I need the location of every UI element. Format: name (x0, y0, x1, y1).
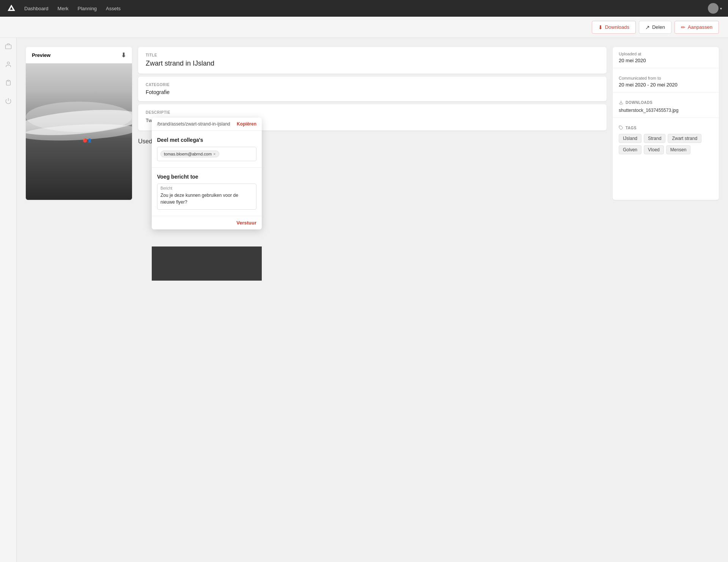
main-content: Preview ⬇ 🔴👤 TITLE Zwart strand in IJsla… (17, 38, 728, 209)
action-bar: ⬇ Downloads ↗ Delen ✏ Aanpassen (0, 17, 728, 38)
message-title: Voeg bericht toe (157, 174, 256, 180)
tag-golven[interactable]: Golven (619, 145, 642, 154)
tags-icon (619, 126, 623, 130)
nav-planning[interactable]: Planning (78, 6, 97, 11)
message-text: Zou je deze kunnen gebruiken voor de nie… (160, 190, 253, 209)
downloads-section-title: DOWNLOADS (626, 100, 653, 105)
title-value: Zwart strand in IJsland (146, 60, 599, 68)
svg-rect-2 (7, 80, 9, 81)
message-section: Voeg bericht toe Bericht Zou je deze kun… (152, 168, 262, 216)
sidebar-clipboard-icon[interactable] (3, 77, 14, 88)
dark-section (152, 246, 262, 281)
email-chip-remove[interactable]: × (213, 152, 215, 156)
uploaded-at-section: Uploaded at 20 mei 2020 (613, 47, 719, 68)
svg-rect-0 (5, 45, 11, 49)
communicated-value: 20 mei 2020 - 20 mei 2020 (619, 82, 713, 88)
download-icon: ⬇ (598, 24, 603, 30)
share-popup: /brand/assets/zwart-strand-in-ijsland Ko… (152, 118, 262, 229)
avatar-chevron-icon: ▾ (720, 6, 722, 11)
beach-persons: 🔴👤 (83, 138, 92, 143)
title-card: TITLE Zwart strand in IJsland (138, 47, 607, 74)
share-section: Deel met collega's tomas.bloem@abrnd.com… (152, 131, 262, 168)
communicated-label: Communicated from to (619, 76, 713, 80)
beach-scene: 🔴👤 (26, 63, 132, 200)
nav-links: Dashboard Merk Planning Assets (24, 6, 121, 11)
download-file[interactable]: shutterstock_1637455573.jpg (619, 108, 713, 113)
edit-icon: ✏ (681, 24, 686, 30)
tag-strand[interactable]: Strand (644, 134, 665, 143)
nav-merk[interactable]: Merk (58, 6, 69, 11)
meta-card: Uploaded at 20 mei 2020 Communicated fro… (613, 47, 719, 200)
uploaded-at-value: 20 mei 2020 (619, 58, 713, 63)
avatar[interactable] (708, 3, 719, 14)
logo[interactable] (6, 3, 17, 14)
tag-ijsland[interactable]: IJsland (619, 134, 642, 143)
aanpassen-button[interactable]: ✏ Aanpassen (675, 21, 719, 34)
preview-card: Preview ⬇ 🔴👤 (26, 47, 132, 200)
communicated-section: Communicated from to 20 mei 2020 - 20 me… (613, 71, 719, 93)
tag-vloed[interactable]: Vloed (644, 145, 664, 154)
copy-button[interactable]: Kopiëren (237, 121, 256, 127)
category-value: Fotografie (146, 89, 599, 95)
preview-image: 🔴👤 (26, 63, 132, 200)
tags-header-label: TAGS (626, 126, 637, 130)
sidebar-user-icon[interactable] (3, 59, 14, 70)
left-sidebar (0, 17, 17, 562)
tags-header: TAGS (619, 126, 713, 130)
message-field-label: Bericht (160, 186, 253, 190)
tag-zwart-strand[interactable]: Zwart strand (668, 134, 701, 143)
description-label: DESCRIPTIE (146, 110, 599, 115)
email-chip: tomas.bloem@abrnd.com × (160, 151, 219, 157)
nav-dashboard[interactable]: Dashboard (24, 6, 49, 11)
share-icon: ↗ (645, 24, 650, 30)
message-textarea-wrapper[interactable]: Bericht Zou je deze kunnen gebruiken voo… (157, 184, 256, 210)
tag-mensen[interactable]: Mensen (666, 145, 691, 154)
uploaded-at-label: Uploaded at (619, 52, 713, 56)
svg-point-1 (7, 62, 9, 64)
tags-list: IJsland Strand Zwart strand Golven Vloed… (619, 134, 713, 154)
preview-header: Preview ⬇ (26, 47, 132, 63)
preview-title: Preview (32, 52, 50, 58)
send-button[interactable]: Verstuur (236, 220, 256, 226)
tags-section: TAGS IJsland Strand Zwart strand Golven … (613, 121, 719, 159)
delen-button[interactable]: ↗ Delen (639, 21, 671, 34)
nav-assets[interactable]: Assets (106, 6, 121, 11)
top-navigation: Dashboard Merk Planning Assets ▾ (0, 0, 728, 17)
wave-3 (26, 102, 132, 132)
title-label: TITLE (146, 53, 599, 57)
popup-url-text: /brand/assets/zwart-strand-in-ijsland (157, 121, 234, 127)
share-title: Deel met collega's (157, 137, 256, 143)
downloads-label: Downloads (605, 24, 629, 30)
preview-download-icon[interactable]: ⬇ (121, 52, 126, 59)
sidebar-power-icon[interactable] (3, 96, 14, 106)
downloads-icon (619, 100, 623, 105)
category-card: CATEGORIE Fotografie (138, 77, 607, 101)
downloads-header: DOWNLOADS (619, 100, 713, 105)
downloads-button[interactable]: ⬇ Downloads (592, 21, 636, 34)
popup-footer: Verstuur (152, 216, 262, 229)
popup-url-bar: /brand/assets/zwart-strand-in-ijsland Ko… (152, 118, 262, 131)
delen-label: Delen (652, 24, 665, 30)
category-label: CATEGORIE (146, 83, 599, 87)
sidebar-briefcase-icon[interactable] (3, 41, 14, 52)
email-chip-text: tomas.bloem@abrnd.com (164, 152, 212, 156)
downloads-section: DOWNLOADS shutterstock_1637455573.jpg (613, 96, 719, 118)
aanpassen-label: Aanpassen (688, 24, 712, 30)
email-input-area[interactable]: tomas.bloem@abrnd.com × (157, 147, 256, 161)
